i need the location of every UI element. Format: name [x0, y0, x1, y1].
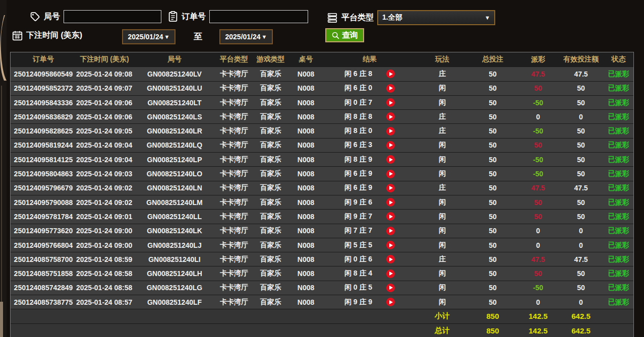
total-row: 总计850142.5642.5 [11, 323, 633, 337]
bet-time-cell: 2025-01-24 08:58:08 [76, 284, 133, 292]
round-number-cell: GN008251240LF [133, 298, 216, 306]
bet-time-cell: 2025-01-24 09:04:17 [76, 156, 133, 164]
replay-play-icon[interactable] [386, 284, 395, 292]
query-button[interactable]: 查询 [325, 28, 364, 42]
replay-play-icon[interactable] [386, 227, 395, 235]
valid-bet-cell: 0 [558, 298, 604, 306]
replay-play-icon[interactable] [386, 184, 395, 192]
play-type-cell: 闲 [417, 198, 467, 207]
replay-play-icon[interactable] [386, 269, 395, 278]
order-input[interactable] [209, 10, 308, 23]
tag-icon [29, 11, 40, 22]
game-type-cell: 百家乐 [252, 169, 289, 178]
valid-bet-cell: 50 [558, 198, 604, 207]
replay-play-icon[interactable] [386, 112, 395, 121]
status-cell: 已派彩 [604, 198, 633, 207]
status-cell: 已派彩 [604, 283, 633, 292]
platform-cell: 卡卡湾厅 [216, 283, 252, 292]
replay-play-icon[interactable] [386, 298, 395, 306]
result-text: 闲 5 庄 5 [344, 241, 372, 250]
status-cell: 已派彩 [604, 226, 633, 235]
table-number-cell: N008 [289, 213, 322, 221]
status-cell: 已派彩 [604, 112, 633, 121]
round-input[interactable] [64, 10, 161, 23]
payout-cell: 50 [518, 198, 558, 207]
total-bet-cell: 50 [467, 156, 518, 164]
play-type-cell: 庄 [417, 183, 467, 192]
date-to-picker[interactable]: 2025/01/24 ▼ [219, 29, 273, 44]
status-cell: 已派彩 [604, 70, 633, 79]
total-bet-cell: 50 [467, 269, 518, 278]
result-cell: 闲 0 庄 5 [322, 283, 417, 292]
valid-bet-cell: 0 [558, 227, 604, 235]
round-number-cell: GN008251240LN [133, 184, 216, 192]
replay-play-icon[interactable] [386, 198, 395, 207]
replay-play-icon[interactable] [386, 141, 395, 150]
game-type-cell: 百家乐 [252, 98, 289, 107]
summary-total-bet: 850 [467, 326, 518, 335]
replay-play-icon[interactable] [386, 127, 395, 136]
result-cell: 闲 6 庄 9 [322, 183, 417, 192]
payout-cell: 0 [518, 227, 558, 235]
round-number-cell: GN008251240LM [133, 198, 216, 207]
replay-play-icon[interactable] [386, 212, 395, 221]
replay-play-icon[interactable] [386, 241, 395, 249]
platform-select[interactable]: 1.全部 ▼ [377, 10, 495, 25]
calendar-icon [12, 30, 23, 41]
replay-play-icon[interactable] [386, 98, 395, 107]
payout-cell: 0 [518, 113, 558, 121]
round-number-cell: GN008251240LT [133, 99, 216, 107]
payout-cell: 47.5 [518, 184, 558, 192]
round-filter-group: 局号 [29, 10, 161, 23]
table-number-cell: N008 [289, 113, 322, 121]
game-type-cell: 百家乐 [252, 212, 289, 221]
clipboard-icon [168, 11, 178, 22]
total-bet-cell: 50 [467, 127, 518, 135]
left-edge-line [1, 86, 2, 302]
order-filter-label: 订单号 [182, 12, 206, 22]
status-cell: 已派彩 [604, 126, 633, 136]
result-cell: 闲 0 庄 6 [322, 255, 417, 264]
column-header: 平台类型 [216, 55, 252, 64]
play-type-cell: 闲 [417, 98, 467, 107]
order-number-cell: 250124095814125 [11, 156, 76, 164]
table-number-cell: N008 [289, 184, 322, 192]
replay-play-icon[interactable] [386, 255, 395, 263]
replay-play-icon[interactable] [386, 155, 395, 164]
play-type-cell: 闲 [417, 226, 467, 235]
result-cell: 闲 8 庄 8 [322, 112, 417, 121]
replay-play-icon[interactable] [386, 70, 395, 78]
game-type-cell: 百家乐 [252, 112, 289, 121]
game-type-cell: 百家乐 [252, 255, 289, 264]
bet-time-cell: 2025-01-24 09:02:17 [76, 198, 133, 207]
column-header: 结果 [322, 55, 417, 64]
play-type-cell: 闲 [417, 241, 467, 250]
result-text: 闲 9 庄 9 [344, 298, 372, 307]
date-from-picker[interactable]: 2025/01/24 ▼ [122, 29, 175, 44]
result-text: 闲 0 庄 6 [344, 255, 372, 264]
total-bet-cell: 50 [467, 170, 518, 178]
valid-bet-cell: 0 [558, 241, 604, 249]
summary-payout: 142.5 [518, 312, 558, 320]
valid-bet-cell: 0 [558, 113, 604, 121]
platform-cell: 卡卡湾厅 [216, 155, 252, 164]
result-text: 闲 8 庄 9 [344, 155, 372, 164]
result-cell: 闲 8 庄 0 [322, 126, 417, 136]
summary-payout: 142.5 [518, 326, 558, 335]
play-type-cell: 闲 [417, 141, 467, 150]
result-cell: 闲 5 庄 5 [322, 241, 417, 250]
status-cell: 已派彩 [604, 183, 633, 192]
replay-play-icon[interactable] [386, 84, 395, 93]
order-number-cell: 250124095796679 [11, 184, 76, 192]
platform-cell: 卡卡湾厅 [216, 198, 252, 207]
bet-time-cell: 2025-01-24 09:07:31 [76, 84, 133, 92]
summary-label: 总计 [417, 326, 467, 335]
game-type-cell: 百家乐 [252, 226, 289, 235]
order-number-cell: 250124095860549 [11, 70, 76, 78]
replay-play-icon[interactable] [386, 170, 395, 178]
round-number-cell: GN008251240LS [133, 113, 216, 121]
left-edge-foot [0, 302, 3, 337]
order-number-cell: 250124095804863 [11, 170, 76, 178]
platform-cell: 卡卡湾厅 [216, 141, 252, 150]
result-cell: 闲 6 庄 8 [322, 70, 417, 79]
